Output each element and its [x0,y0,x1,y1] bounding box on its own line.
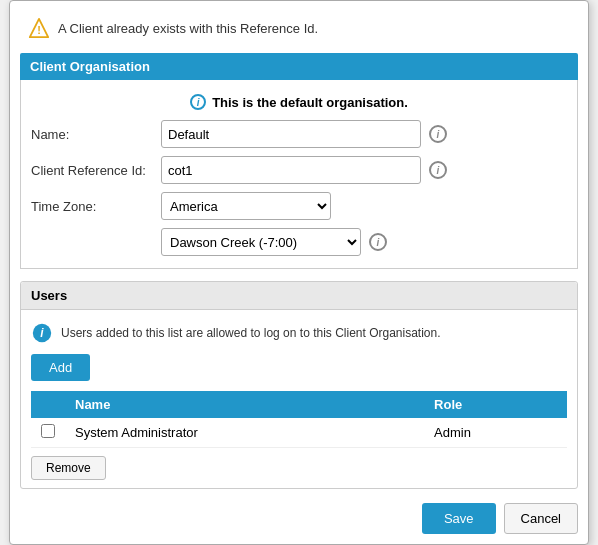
timezone-row: Time Zone: America [31,192,567,220]
ref-info-icon[interactable]: i [429,161,447,179]
name-info-icon[interactable]: i [429,125,447,143]
users-notice: i Users added to this list are allowed t… [31,318,567,354]
timezone-label: Time Zone: [31,199,161,214]
dialog: ! A Client already exists with this Refe… [9,0,589,545]
users-notice-icon: i [31,322,53,344]
client-org-section: Client Organisation i This is the defaul… [20,53,578,269]
info-icon-default: i [190,94,206,110]
users-table: Name Role System Administrator Admin [31,391,567,448]
footer: Save Cancel [20,503,578,534]
users-body: i Users added to this list are allowed t… [21,310,577,488]
default-org-notice: i This is the default organisation. [31,88,567,120]
warning-bar: ! A Client already exists with this Refe… [20,11,578,45]
col-name-header: Name [65,391,424,418]
remove-button[interactable]: Remove [31,456,106,480]
save-button[interactable]: Save [422,503,496,534]
name-input[interactable] [161,120,421,148]
table-header-row: Name Role [31,391,567,418]
user-checkbox[interactable] [41,424,55,438]
users-notice-text: Users added to this list are allowed to … [61,326,441,340]
svg-text:!: ! [37,24,41,36]
users-section: Users i Users added to this list are all… [20,281,578,489]
warning-icon: ! [28,17,50,39]
warning-text: A Client already exists with this Refere… [58,21,318,36]
row-checkbox-cell [31,418,65,448]
cancel-button[interactable]: Cancel [504,503,578,534]
name-row: Name: i [31,120,567,148]
ref-input[interactable] [161,156,421,184]
table-row: System Administrator Admin [31,418,567,448]
name-label: Name: [31,127,161,142]
row-role-cell: Admin [424,418,567,448]
timezone-region-select[interactable]: America [161,192,331,220]
section-header: Client Organisation [20,53,578,80]
timezone-city-select[interactable]: Dawson Creek (-7:00) [161,228,361,256]
users-header: Users [21,282,577,310]
col-checkbox-header [31,391,65,418]
timezone-info-icon[interactable]: i [369,233,387,251]
ref-label: Client Reference Id: [31,163,161,178]
section-body: i This is the default organisation. Name… [20,80,578,269]
ref-row: Client Reference Id: i [31,156,567,184]
row-name-cell: System Administrator [65,418,424,448]
add-button[interactable]: Add [31,354,90,381]
timezone-sub-row: Dawson Creek (-7:00) i [161,228,567,256]
col-role-header: Role [424,391,567,418]
